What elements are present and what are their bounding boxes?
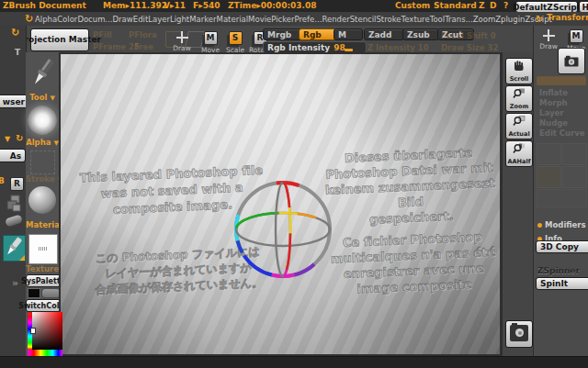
scroll-button[interactable]: Scroll: [505, 58, 533, 84]
texture-palette-label[interactable]: Texture ▼: [26, 264, 59, 273]
dock-collapse-handle[interactable]: »: [12, 277, 18, 289]
picker-cursor[interactable]: [30, 328, 36, 334]
cube-stack-icon[interactable]: [6, 195, 22, 213]
scale-mode-active[interactable]: S Scale: [224, 31, 246, 54]
menu-item-document[interactable]: Docum...: [77, 15, 112, 24]
canvas-zone: This layered Photoshop file was not save…: [59, 52, 502, 356]
ztime-stat: ZTime▸00:00:03.08: [228, 0, 316, 12]
menu-spin-icon[interactable]: ↻: [25, 13, 33, 25]
top-shelf: Projection Master PFill PFlora PFrame 25…: [26, 26, 533, 52]
current-tool-brush-icon[interactable]: [29, 56, 55, 91]
magnifier-icon: [513, 142, 526, 155]
disabled-pframe: PFrame 25: [93, 42, 140, 51]
main-color-swatch[interactable]: [28, 288, 40, 298]
menu-item-render[interactable]: Render: [322, 15, 349, 24]
menu-item-color[interactable]: Color: [57, 15, 77, 24]
draw-mode[interactable]: Draw: [171, 31, 193, 52]
menu-item-stencil[interactable]: Stencil: [350, 15, 377, 24]
sys-palette-button[interactable]: SysPalette: [26, 274, 61, 287]
saturation-square[interactable]: [32, 312, 62, 350]
disabled-pfill: PFill: [93, 30, 112, 39]
zspinner-section-label[interactable]: ZSpinner: [537, 266, 580, 275]
dock-spin-icon-2[interactable]: ↻: [16, 133, 23, 143]
zoom-button[interactable]: Zoom: [505, 85, 533, 112]
zsub-button[interactable]: Zsub: [402, 28, 439, 40]
scale-s-icon: S: [229, 31, 243, 45]
menu-item-stroke[interactable]: Stroke: [376, 15, 401, 24]
menu-item-picker[interactable]: Picker: [271, 15, 294, 24]
menu-item-alpha[interactable]: Alpha: [35, 15, 57, 24]
menu-item-edit[interactable]: Edit: [133, 15, 148, 24]
disabled-thumb-5: [537, 189, 587, 207]
texture-thumbnail[interactable]: [28, 234, 58, 264]
dock-r-button[interactable]: R: [10, 177, 24, 191]
canvas-tray: Scroll Zoom Actual A: [502, 52, 534, 356]
hand-icon: [513, 60, 526, 72]
alpha-palette-label[interactable]: Alpha ▼: [26, 138, 59, 147]
menu-item-material[interactable]: Material: [217, 15, 249, 24]
hue-strip-horizontal[interactable]: [28, 350, 62, 356]
transpose-gizmo[interactable]: [228, 174, 338, 284]
disabled-focal-shift: Focal Shift 0: [441, 31, 496, 40]
z-button[interactable]: Z: [479, 0, 485, 12]
transform-spin-icon: ↻: [536, 14, 543, 24]
standard-config-button[interactable]: Standard: [434, 0, 477, 12]
menu-item-movie[interactable]: Movie: [248, 15, 271, 24]
m-button[interactable]: M: [334, 28, 363, 40]
menu-item-preferences[interactable]: Prefe...: [295, 15, 322, 24]
disabled-pflora: PFlora: [129, 30, 157, 39]
custom-config-button[interactable]: Custom: [395, 0, 430, 12]
menu-item-draw[interactable]: Draw: [113, 15, 133, 24]
disabled-inflate: Inflate: [539, 88, 568, 97]
shelf-draw-mode[interactable]: Draw: [537, 29, 560, 50]
camera-icon: [510, 325, 528, 341]
snapshot-button[interactable]: [505, 320, 533, 348]
help-toggle-button[interactable]: ?: [503, 0, 508, 12]
dock-spin-icon[interactable]: ↻: [11, 27, 19, 39]
menu-bar: ↻ Alpha Color Docum... Draw Edit Layer L…: [0, 12, 588, 27]
texture-preview-marks: [39, 247, 48, 251]
3d-copy-button[interactable]: 3D Copy: [536, 240, 588, 253]
material-palette-label[interactable]: Material ▼: [26, 220, 59, 229]
color-picker[interactable]: [28, 312, 62, 356]
active-brush-tool-button[interactable]: [3, 235, 26, 262]
menu-item-zoom[interactable]: Zoom: [473, 15, 496, 24]
capsule-icon[interactable]: [5, 214, 23, 227]
menu-item-tool[interactable]: Tool: [430, 15, 446, 24]
projection-master-button[interactable]: Projection Master: [30, 28, 89, 51]
disabled-orange-bar: [537, 76, 586, 85]
rgb-button-active[interactable]: Rgb: [299, 28, 336, 40]
save-as-button-partial[interactable]: As: [0, 149, 26, 162]
menu-item-marker[interactable]: Marker: [189, 15, 216, 24]
browser-button-partial[interactable]: wser: [0, 95, 28, 108]
material-thumbnail[interactable]: [28, 186, 56, 214]
d-button[interactable]: D: [490, 0, 496, 12]
stroke-thumbnail-disabled: [30, 151, 55, 174]
mrgb-button[interactable]: Mrgb: [263, 28, 301, 40]
magnifier-icon: [513, 87, 526, 100]
switch-color-button[interactable]: SwitchColor: [26, 299, 61, 312]
move-mode[interactable]: M Move: [199, 31, 221, 54]
move-m-icon: M: [204, 31, 218, 45]
disabled-z-intensity: Z Intensity 10: [368, 43, 429, 52]
dock-t-label: T: [15, 48, 20, 57]
document-canvas[interactable]: This layered Photoshop file was not save…: [61, 54, 500, 354]
actual-button[interactable]: Actual: [505, 113, 533, 139]
menu-item-light[interactable]: Light: [170, 15, 189, 24]
menu-item-layer[interactable]: Layer: [148, 15, 170, 24]
shelf-camera-button[interactable]: [558, 48, 585, 74]
spinit-button[interactable]: SpinIt: [536, 277, 588, 290]
menu-item-texture[interactable]: Texture: [401, 15, 430, 24]
left-palette: Tool ▼ Alpha ▼ Stroke ▼ Material ▼ Textu…: [26, 52, 59, 356]
menu-item-zplugin[interactable]: Zplugin: [495, 15, 525, 24]
aahalf-button[interactable]: AAHalf: [505, 140, 533, 167]
tool-palette-label[interactable]: Tool ▼: [26, 93, 59, 102]
menu-item-transform[interactable]: Trans...: [445, 15, 473, 24]
dock-dropdown-icon[interactable]: ▼: [5, 135, 10, 143]
alpha-thumbnail[interactable]: [28, 106, 57, 135]
rgb-intensity-handle[interactable]: [345, 49, 353, 51]
gradient-swatch[interactable]: [41, 288, 61, 298]
zadd-button[interactable]: Zadd: [364, 28, 404, 40]
disabled-thumb-2: [562, 143, 587, 165]
draw-crosshair-icon: [543, 29, 555, 41]
